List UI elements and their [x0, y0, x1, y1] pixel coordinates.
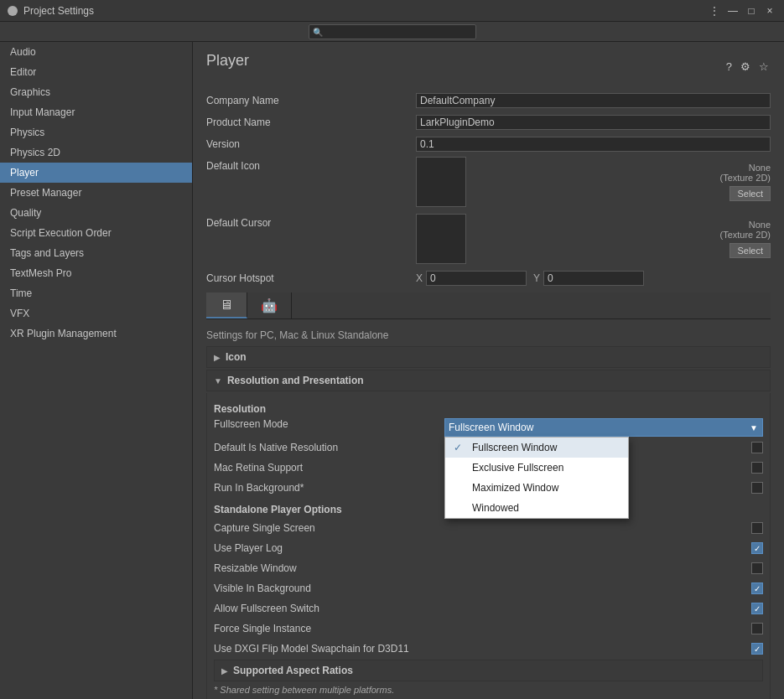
run-in-background-check[interactable]: [751, 482, 763, 494]
platform-tab-android[interactable]: 🤖: [247, 293, 292, 318]
android-icon: 🤖: [261, 298, 278, 313]
product-name-row: Product Name: [206, 113, 771, 132]
default-cursor-info: None(Texture 2D) Select: [719, 220, 771, 258]
sidebar-item-quality[interactable]: Quality: [0, 203, 192, 223]
sidebar-item-editor[interactable]: Editor: [0, 62, 192, 82]
sidebar-item-vfx[interactable]: VFX: [0, 303, 192, 324]
platform-tabs: 🖥 🤖: [206, 293, 771, 319]
use-player-log-label: Use Player Log: [214, 542, 751, 554]
resolution-section-arrow: ▼: [214, 376, 222, 386]
dropdown-option-exclusive-fullscreen[interactable]: Exclusive Fullscreen: [445, 458, 628, 478]
page-header: Player ? ⚙ ☆: [206, 52, 771, 81]
settings-label: Settings for PC, Mac & Linux Standalone: [206, 326, 771, 343]
sidebar-item-input-manager[interactable]: Input Manager: [0, 102, 192, 122]
sidebar-item-player[interactable]: Player: [0, 163, 192, 183]
version-label: Version: [206, 138, 416, 150]
search-icon: 🔍: [313, 27, 323, 36]
default-native-resolution-check[interactable]: [751, 442, 763, 453]
fullscreen-mode-label: Fullscreen Mode: [214, 418, 444, 430]
company-name-row: Company Name: [206, 91, 771, 110]
hotspot-x-label: X: [416, 272, 423, 284]
sidebar-item-tags-and-layers[interactable]: Tags and Layers: [0, 243, 192, 263]
sidebar-item-physics-2d[interactable]: Physics 2D: [0, 142, 192, 163]
close-button[interactable]: ×: [762, 3, 777, 18]
star-button[interactable]: ☆: [757, 59, 771, 75]
default-cursor-select-button[interactable]: Select: [729, 243, 771, 258]
default-cursor-box: None(Texture 2D) Select: [416, 214, 771, 264]
use-dxgi-check[interactable]: [751, 643, 763, 655]
force-single-instance-value: [751, 623, 763, 634]
resolution-section-header[interactable]: ▼ Resolution and Presentation: [206, 370, 771, 391]
version-input[interactable]: [416, 137, 771, 152]
settings-button[interactable]: ⚙: [739, 59, 752, 75]
sidebar-item-label: Preset Manager: [10, 187, 81, 199]
svg-point-0: [8, 6, 18, 16]
sidebar-item-label: Editor: [10, 66, 36, 78]
supported-aspect-ratios-header[interactable]: ▶ Supported Aspect Ratios: [214, 660, 763, 681]
sidebar-item-label: VFX: [10, 308, 29, 319]
menu-button[interactable]: ⋮: [707, 3, 722, 18]
run-in-background-value: [751, 482, 763, 494]
default-native-resolution-checkbox: [751, 442, 763, 453]
sidebar-item-label: Quality: [10, 207, 41, 219]
maximize-button[interactable]: □: [744, 3, 759, 18]
sidebar-item-time[interactable]: Time: [0, 283, 192, 303]
sidebar-item-label: Graphics: [10, 86, 50, 98]
sidebar-item-label: Audio: [10, 46, 36, 58]
minimize-button[interactable]: —: [725, 3, 740, 18]
force-single-instance-check[interactable]: [751, 623, 763, 634]
sidebar-item-preset-manager[interactable]: Preset Manager: [0, 183, 192, 203]
use-dxgi-value: [751, 643, 763, 655]
sidebar-item-label: Script Execution Order: [10, 227, 112, 239]
dropdown-option-fullscreen-window[interactable]: ✓ Fullscreen Window: [445, 438, 628, 458]
default-icon-select-button[interactable]: Select: [729, 186, 771, 201]
visible-in-background-check[interactable]: [751, 582, 763, 594]
resolution-section-content: Resolution Fullscreen Mode Fullscreen Wi…: [206, 393, 771, 699]
allow-fullscreen-switch-check[interactable]: [751, 603, 763, 614]
capture-single-screen-check[interactable]: [751, 522, 763, 534]
sidebar-item-textmesh-pro[interactable]: TextMesh Pro: [0, 263, 192, 283]
platform-tab-pc[interactable]: 🖥: [206, 293, 247, 318]
option-label: Exclusive Fullscreen: [472, 462, 563, 474]
use-player-log-check[interactable]: [751, 542, 763, 554]
product-name-input[interactable]: [416, 115, 771, 130]
capture-single-screen-value: [751, 522, 763, 534]
hotspot-y-label: Y: [533, 272, 540, 284]
resizable-window-check[interactable]: [751, 562, 763, 574]
default-cursor-none-text: None(Texture 2D): [719, 220, 771, 240]
icon-section-header[interactable]: ▶ Icon: [206, 346, 771, 368]
dropdown-option-maximized-window[interactable]: Maximized Window: [445, 478, 628, 498]
check-mark-icon: ✓: [454, 442, 465, 453]
dropdown-option-windowed[interactable]: Windowed: [445, 498, 628, 518]
use-dxgi-label: Use DXGI Flip Model Swapchain for D3D11: [214, 643, 751, 655]
sidebar-item-audio[interactable]: Audio: [0, 42, 192, 62]
aspect-ratios-arrow: ▶: [221, 666, 228, 676]
resizable-window-row: Resizable Window: [214, 559, 763, 577]
fullscreen-dropdown-value: Fullscreen Window: [449, 422, 533, 433]
hotspot-y-field: Y: [533, 271, 644, 286]
option-label: Fullscreen Window: [472, 442, 557, 453]
header-icons: ? ⚙ ☆: [724, 59, 771, 75]
search-input[interactable]: [309, 24, 476, 39]
default-cursor-preview: [416, 214, 466, 264]
fullscreen-dropdown[interactable]: Fullscreen Window: [444, 418, 763, 437]
cursor-hotspot-label: Cursor Hotspot: [206, 272, 416, 284]
hotspot-y-input[interactable]: [543, 271, 644, 286]
icon-section-title: Icon: [226, 351, 247, 363]
capture-single-screen-label: Capture Single Screen: [214, 522, 751, 534]
sidebar-item-physics[interactable]: Physics: [0, 122, 192, 142]
title-bar: Project Settings ⋮ — □ ×: [0, 0, 784, 22]
search-bar: 🔍: [0, 22, 784, 42]
sidebar-item-graphics[interactable]: Graphics: [0, 82, 192, 102]
sidebar-item-xr-plugin-management[interactable]: XR Plugin Management: [0, 324, 192, 344]
sidebar-item-script-execution-order[interactable]: Script Execution Order: [0, 223, 192, 243]
product-name-label: Product Name: [206, 116, 416, 128]
visible-in-background-label: Visible In Background: [214, 582, 751, 594]
hotspot-x-input[interactable]: [426, 271, 527, 286]
help-button[interactable]: ?: [724, 59, 734, 75]
company-name-input[interactable]: [416, 93, 771, 108]
fullscreen-mode-row: Fullscreen Mode Fullscreen Window ▼ ✓ Fu…: [214, 418, 763, 437]
main-layout: Audio Editor Graphics Input Manager Phys…: [0, 42, 784, 699]
mac-retina-check[interactable]: [751, 462, 763, 474]
force-single-instance-row: Force Single Instance: [214, 619, 763, 638]
